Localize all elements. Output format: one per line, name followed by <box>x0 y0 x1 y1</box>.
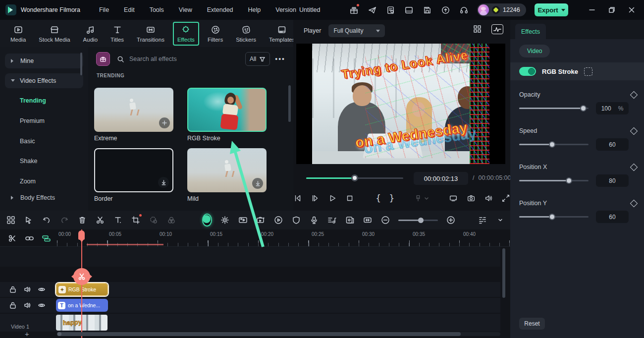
timeline-vscrollbar[interactable] <box>502 248 505 298</box>
category-gift-icon[interactable] <box>96 52 110 66</box>
effect-card-rgb-stroke[interactable]: RGB Stroke <box>187 88 267 142</box>
save-icon[interactable] <box>421 4 433 16</box>
avatar[interactable] <box>478 4 489 15</box>
cloud-upload-icon[interactable] <box>439 4 451 16</box>
tab-media[interactable]: Media <box>6 22 30 46</box>
zoom-in-icon[interactable] <box>446 215 456 225</box>
split-scissors-icon[interactable] <box>95 215 105 225</box>
menu-file[interactable]: File <box>99 6 109 13</box>
export-button[interactable]: Export <box>535 3 568 16</box>
tab-effects[interactable]: Effects <box>173 22 199 46</box>
add-to-favorites-icon[interactable] <box>159 117 170 128</box>
sidebar-item-trending[interactable]: Trending <box>20 97 46 104</box>
more-options-button[interactable]: ••• <box>275 55 285 63</box>
track-manager-icon[interactable] <box>478 215 487 225</box>
zoom-slider-handle[interactable] <box>418 218 424 223</box>
effects-scrollbar[interactable] <box>288 85 291 122</box>
position-y-keyframe-icon[interactable] <box>630 200 638 208</box>
undo-icon[interactable] <box>42 215 52 225</box>
opacity-slider-handle[interactable] <box>580 105 587 112</box>
effect-card-border[interactable]: Border <box>94 148 173 202</box>
fullscreen-button[interactable] <box>501 193 510 203</box>
video-chip[interactable]: Video <box>519 45 550 57</box>
menu-extended[interactable]: Extended <box>207 6 233 13</box>
add-track-button[interactable]: + <box>25 330 29 338</box>
position-x-keyframe-icon[interactable] <box>630 164 638 171</box>
sidebar-item-mine[interactable]: Mine <box>5 54 83 68</box>
gift-icon[interactable] <box>348 4 360 16</box>
send-feedback-icon[interactable] <box>366 4 378 16</box>
screen-record-icon[interactable] <box>238 215 248 225</box>
tab-titles[interactable]: Titles <box>106 22 128 46</box>
playhead-split-button[interactable] <box>73 268 90 285</box>
support-headset-icon[interactable] <box>458 4 470 16</box>
close-button[interactable] <box>628 6 635 13</box>
instant-mode-icon[interactable] <box>256 215 266 225</box>
effect-card-extreme[interactable]: Extreme <box>94 88 173 142</box>
crop-icon[interactable] <box>131 215 141 225</box>
auto-ripple-icon[interactable] <box>42 234 51 243</box>
ai-enhance-icon[interactable] <box>220 215 230 225</box>
menu-version[interactable]: Version <box>275 6 296 13</box>
speed-value-box[interactable]: 60 <box>596 138 629 151</box>
tab-effects-properties[interactable]: Effects <box>515 24 546 39</box>
next-frame-button[interactable] <box>311 193 320 203</box>
speed-slider-handle[interactable] <box>549 141 555 148</box>
sidebar-item-zoom[interactable]: Zoom <box>20 178 36 185</box>
search-field[interactable]: Search all effects <box>117 56 245 63</box>
opacity-value-box[interactable]: 100% <box>596 102 629 114</box>
timeline-zoom-slider[interactable] <box>398 220 438 221</box>
color-match-icon[interactable] <box>166 215 176 225</box>
tab-transitions[interactable]: Transitions <box>132 22 169 46</box>
delete-icon[interactable] <box>77 215 87 225</box>
restore-button[interactable] <box>608 6 615 13</box>
layout-grid-icon[interactable] <box>6 215 16 225</box>
mark-in-button[interactable]: { <box>376 193 380 203</box>
chevron-down-icon[interactable] <box>495 215 505 225</box>
volume-button[interactable] <box>484 193 493 203</box>
position-y-slider-handle[interactable] <box>549 214 555 220</box>
fit-timeline-icon[interactable] <box>363 215 373 225</box>
video-preview[interactable]: on a Wednesday Trying to Look Alive on a… <box>296 44 505 164</box>
tab-stickers[interactable]: Stickers <box>231 22 261 46</box>
timeline-ruler[interactable]: 00:00 00:05 00:10 00:15 00:20 00:25 00:3… <box>0 229 510 247</box>
release-notes-icon[interactable] <box>384 4 396 16</box>
video-scopes-button[interactable] <box>491 24 503 34</box>
sidebar-item-video-effects[interactable]: Video Effects <box>5 73 83 88</box>
layout-panel-icon[interactable] <box>403 4 415 16</box>
mute-track-icon[interactable] <box>23 285 31 293</box>
snapshot-button[interactable] <box>467 193 476 203</box>
speed-keyframe-icon[interactable] <box>630 127 638 135</box>
menu-tools[interactable]: Tools <box>150 6 164 13</box>
mark-out-button[interactable]: } <box>389 193 394 203</box>
mute-track-icon[interactable] <box>23 301 31 309</box>
motion-tracking-icon[interactable] <box>149 215 159 225</box>
position-x-value-box[interactable]: 80 <box>596 174 629 187</box>
minimize-button[interactable] <box>589 6 595 13</box>
voiceover-mic-icon[interactable] <box>309 215 319 225</box>
lock-track-icon[interactable] <box>9 301 17 309</box>
display-device-button[interactable] <box>449 193 458 203</box>
download-icon[interactable] <box>252 178 263 189</box>
link-clips-icon[interactable] <box>25 234 34 243</box>
hide-track-icon[interactable] <box>38 301 46 309</box>
safe-area-icon[interactable] <box>291 215 301 225</box>
menu-view[interactable]: View <box>179 6 192 13</box>
sidebar-item-premium[interactable]: Premium <box>20 117 45 124</box>
preview-clip-icon[interactable] <box>273 215 283 225</box>
sidebar-item-shake[interactable]: Shake <box>20 158 37 165</box>
effect-enabled-toggle[interactable] <box>519 67 536 76</box>
effect-card-mild[interactable]: Mild <box>187 148 267 202</box>
zoom-out-icon[interactable] <box>380 215 390 225</box>
position-y-value-box[interactable]: 60 <box>596 211 629 223</box>
mask-region-icon[interactable] <box>584 67 592 76</box>
multi-view-icon[interactable] <box>473 24 483 34</box>
menu-help[interactable]: Help <box>248 6 261 13</box>
tab-filters[interactable]: Filters <box>203 22 227 46</box>
position-x-slider-handle[interactable] <box>566 177 572 184</box>
audio-mixer-icon[interactable] <box>327 215 337 225</box>
play-button[interactable] <box>328 193 337 203</box>
stop-button[interactable] <box>345 193 354 203</box>
split-mode-icon[interactable] <box>8 234 17 243</box>
pointer-tool-icon[interactable] <box>24 215 34 225</box>
